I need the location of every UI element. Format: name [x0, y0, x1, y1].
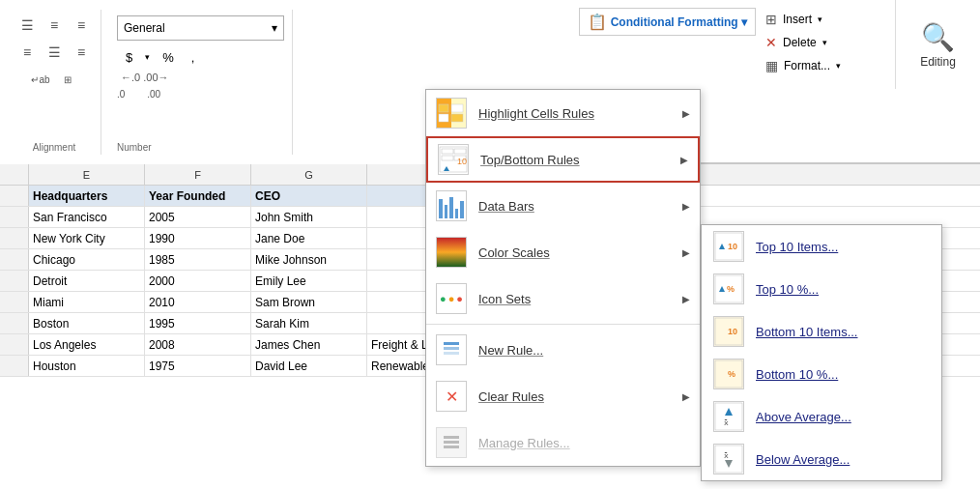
submenu-top10pct[interactable]: % Top 10 %...	[702, 268, 941, 310]
icon-sets-icon: ● ● ●	[436, 283, 467, 314]
top10pct-icon: %	[713, 273, 744, 304]
align-mid-icon[interactable]: ≡	[43, 14, 66, 37]
row-num-header	[0, 164, 29, 185]
editing-label: Editing	[920, 55, 956, 69]
bottom10items-label: Bottom 10 Items...	[756, 325, 858, 339]
decimal-label: ←.0 .00→	[121, 72, 169, 83]
top-bottom-icon: 10	[438, 144, 469, 175]
header-f[interactable]: Year Founded	[145, 186, 251, 206]
above-avg-label: Above Average...	[756, 410, 851, 424]
highlight-cells-arrow: ▶	[682, 108, 690, 119]
svg-rect-7	[442, 156, 453, 160]
below-avg-icon: x̄	[713, 444, 744, 475]
wrap-text-icon[interactable]: ↵ab	[29, 68, 52, 91]
col-header-f: F	[145, 164, 251, 185]
top-bottom-arrow: ▶	[680, 155, 688, 165]
svg-rect-1	[451, 104, 463, 112]
number-format-value: General	[124, 21, 165, 35]
svg-rect-11	[444, 342, 459, 345]
manage-rules-icon	[436, 427, 467, 458]
top10pct-label: Top 10 %...	[756, 282, 819, 297]
svg-rect-12	[444, 347, 459, 350]
menu-item-color-scales[interactable]: Color Scales ▶	[426, 229, 700, 275]
svg-text:10: 10	[728, 242, 737, 251]
insert-icon: ⊞	[765, 12, 777, 27]
dec-labels: .0 .00	[117, 89, 284, 100]
comma-button[interactable]: ,	[187, 47, 200, 68]
svg-text:x̄: x̄	[724, 418, 729, 427]
bottom10pct-label: Bottom 10 %...	[756, 367, 838, 382]
new-rule-label: New Rule...	[478, 343, 690, 358]
menu-item-manage-rules[interactable]: Manage Rules...	[426, 419, 700, 466]
data-bars-label: Data Bars	[478, 199, 671, 214]
conditional-formatting-button[interactable]: 📋 Conditional Formatting ▾	[579, 8, 756, 36]
highlight-cells-icon	[436, 98, 467, 129]
insert-arrow: ▾	[818, 14, 822, 24]
submenu-below-avg[interactable]: x̄ Below Average...	[702, 438, 941, 480]
percent-button[interactable]: %	[158, 47, 179, 68]
svg-rect-6	[454, 149, 466, 154]
svg-text:10: 10	[728, 327, 737, 336]
row-num-cell	[0, 186, 29, 206]
svg-text:x̄: x̄	[724, 451, 729, 460]
top-bottom-label: Top/Bottom Rules	[480, 153, 669, 167]
align-top-icon[interactable]: ☰	[15, 14, 39, 37]
cf-label: Conditional Formatting ▾	[611, 15, 747, 29]
submenu-above-avg[interactable]: x̄ Above Average...	[702, 395, 941, 438]
align-right-icon[interactable]: ≡	[70, 41, 93, 64]
merge-icon[interactable]: ⊞	[56, 68, 79, 91]
number-group-label: Number	[117, 142, 152, 153]
submenu-bottom10pct[interactable]: % Bottom 10 %...	[702, 353, 941, 395]
header-g[interactable]: CEO	[251, 186, 367, 206]
insert-button[interactable]: ⊞ Insert ▾	[760, 8, 895, 31]
conditional-formatting-menu: Highlight Cells Rules ▶ 10 Top/Bottom Ru…	[425, 89, 701, 467]
menu-item-clear-rules[interactable]: ✕ Clear Rules ▶	[426, 373, 700, 419]
bottom10pct-icon: %	[713, 359, 744, 389]
data-bars-icon	[436, 190, 467, 221]
color-scales-arrow: ▶	[682, 247, 690, 258]
svg-rect-5	[442, 149, 453, 154]
format-icon: ▦	[765, 58, 778, 73]
alignment-group-label: Alignment	[33, 142, 75, 153]
align-center-icon[interactable]: ☰	[43, 41, 66, 64]
format-arrow: ▾	[836, 61, 841, 71]
top10items-label: Top 10 Items...	[756, 240, 838, 254]
svg-rect-15	[444, 441, 459, 444]
insert-label: Insert	[783, 13, 812, 26]
above-avg-icon: x̄	[713, 401, 744, 432]
submenu-bottom10items[interactable]: 10 Bottom 10 Items...	[702, 310, 941, 353]
currency-button[interactable]: $	[121, 47, 137, 68]
menu-item-new-rule[interactable]: New Rule...	[426, 327, 700, 373]
svg-rect-2	[439, 114, 448, 122]
cf-section: 📋 Conditional Formatting ▾	[579, 8, 756, 36]
submenu-top10items[interactable]: 10 Top 10 Items...	[702, 225, 941, 268]
align-bottom-icon[interactable]: ≡	[70, 14, 93, 37]
number-format-dropdown[interactable]: General ▾	[117, 15, 284, 41]
header-e[interactable]: Headquarters	[29, 186, 145, 206]
clear-rules-arrow: ▶	[682, 391, 690, 402]
editing-icon: 🔍	[921, 21, 955, 53]
below-avg-label: Below Average...	[756, 452, 850, 467]
color-scales-icon	[436, 237, 467, 268]
svg-text:10: 10	[457, 157, 467, 166]
editing-section: 🔍 Editing	[895, 0, 980, 89]
menu-item-top-bottom[interactable]: 10 Top/Bottom Rules ▶	[426, 136, 700, 183]
menu-item-data-bars[interactable]: Data Bars ▶	[426, 183, 700, 229]
delete-button[interactable]: ✕ Delete ▾	[760, 31, 895, 54]
manage-rules-label: Manage Rules...	[478, 436, 690, 450]
right-ribbon-buttons: ⊞ Insert ▾ ✕ Delete ▾ ▦ Format... ▾	[760, 8, 895, 77]
svg-rect-3	[451, 114, 463, 122]
svg-rect-30	[715, 446, 742, 473]
icon-sets-label: Icon Sets	[478, 292, 671, 306]
svg-rect-13	[444, 352, 459, 355]
currency-arrow[interactable]: ▾	[145, 52, 150, 62]
svg-rect-16	[444, 446, 459, 448]
ribbon-left-area: ☰ ≡ ≡ ≡ ☰ ≡ ↵ab ⊞ Alignment General ▾ $	[0, 0, 425, 164]
format-button[interactable]: ▦ Format... ▾	[760, 54, 895, 77]
menu-item-highlight-cells[interactable]: Highlight Cells Rules ▶	[426, 90, 700, 136]
data-bars-arrow: ▶	[682, 201, 690, 212]
menu-item-icon-sets[interactable]: ● ● ● Icon Sets ▶	[426, 275, 700, 322]
svg-text:%: %	[728, 369, 735, 379]
align-left-icon[interactable]: ≡	[15, 41, 39, 64]
clear-rules-label: Clear Rules	[478, 389, 671, 404]
